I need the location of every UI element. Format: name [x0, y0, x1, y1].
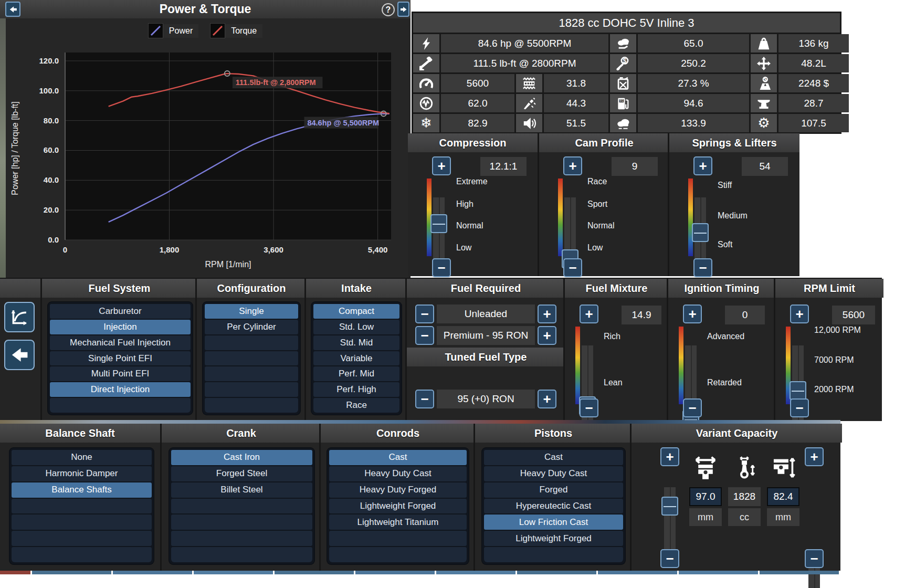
tuned-fuel-increase-button[interactable]: + — [538, 390, 556, 408]
fuel-grade-increase-button[interactable]: + — [538, 326, 556, 345]
option-label: Direct Injection — [91, 384, 150, 395]
svg-text:91: 91 — [619, 99, 624, 102]
option-item-empty[interactable] — [205, 366, 298, 381]
option-item[interactable]: Cast — [329, 450, 467, 465]
stat-value: 31.8 — [544, 74, 608, 92]
option-item-empty[interactable] — [329, 547, 467, 562]
intake-list: CompactStd. LowStd. MidVariablePerf. Mid… — [311, 302, 402, 415]
compression-slider-handle[interactable] — [430, 214, 447, 233]
cam-increase-button[interactable]: + — [563, 156, 582, 175]
option-item-empty[interactable] — [12, 531, 152, 546]
option-item-empty[interactable] — [12, 514, 152, 530]
expand-arrows-icon — [751, 54, 777, 72]
option-label: Harmonic Damper — [46, 468, 118, 479]
tuned-fuel-decrease-button[interactable]: − — [415, 390, 434, 408]
capacity-right-decrease-button[interactable]: − — [805, 549, 824, 568]
option-item-empty[interactable] — [205, 398, 298, 413]
option-item[interactable]: Variable — [313, 351, 399, 366]
option-item-empty[interactable] — [171, 547, 312, 562]
ignition-increase-button[interactable]: + — [683, 304, 702, 323]
back-button[interactable] — [5, 2, 20, 17]
option-item-empty[interactable] — [50, 398, 191, 413]
option-item[interactable]: Multi Point EFI — [50, 366, 191, 381]
option-item[interactable]: Hypereutectic Cast — [484, 499, 623, 514]
back-arrow-icon — [9, 5, 17, 14]
compression-decrease-button[interactable]: − — [432, 258, 451, 277]
option-item[interactable]: Cast Iron — [171, 450, 312, 465]
option-item-empty[interactable] — [205, 382, 298, 397]
mixture-decrease-button[interactable]: − — [580, 398, 598, 417]
help-button[interactable]: ? — [382, 3, 395, 16]
option-item-empty[interactable] — [171, 514, 312, 530]
slider-scale-label: 12,000 RPM — [814, 326, 861, 335]
capacity-left-handle[interactable] — [661, 497, 678, 516]
capacity-right-slider[interactable] — [808, 566, 820, 588]
option-item[interactable]: Single — [205, 304, 298, 319]
mixture-increase-button[interactable]: + — [580, 304, 598, 323]
option-item-empty[interactable] — [484, 547, 623, 562]
option-item-empty[interactable] — [171, 531, 312, 546]
rpm-increase-button[interactable]: + — [790, 304, 809, 323]
option-item[interactable]: Perf. High — [313, 382, 399, 397]
springs-decrease-button[interactable]: − — [693, 258, 712, 277]
graph-curve-icon — [10, 308, 29, 327]
compression-increase-button[interactable]: + — [432, 156, 451, 175]
option-item[interactable]: Carburetor — [50, 304, 191, 319]
stat-value: 82.9 — [441, 114, 514, 132]
footer-tab — [598, 571, 677, 574]
option-item[interactable]: Perf. Mid — [313, 366, 399, 381]
option-item[interactable]: Billet Steel — [171, 482, 312, 498]
springs-slider-handle[interactable] — [692, 223, 709, 242]
option-item[interactable]: Lightweight Forged — [484, 531, 623, 546]
capacity-left-decrease-button[interactable]: − — [660, 549, 679, 568]
forward-button[interactable] — [397, 2, 409, 17]
option-item-empty[interactable] — [12, 499, 152, 514]
slider-scale-label: Low — [587, 243, 603, 253]
rpm-slider-handle[interactable] — [790, 381, 806, 400]
cam-decrease-button[interactable]: − — [563, 258, 582, 277]
option-item[interactable]: Heavy Duty Cast — [484, 466, 623, 481]
fuel-grade-stepper: − Premium - 95 RON + — [415, 326, 556, 345]
option-item-empty[interactable] — [329, 531, 467, 546]
conrods-column: Conrods CastHeavy Duty CastHeavy Duty Fo… — [319, 424, 475, 571]
option-label: Heavy Duty Cast — [364, 468, 432, 479]
option-item[interactable]: Mechanical Fuel Injection — [50, 335, 191, 350]
option-item[interactable]: Std. Low — [313, 320, 399, 334]
capacity-right-increase-button[interactable]: + — [805, 447, 824, 466]
option-item-empty[interactable] — [205, 351, 298, 366]
option-item[interactable]: Balance Shafts — [12, 482, 152, 498]
option-item[interactable]: Per Cylinder — [205, 320, 298, 334]
rpm-decrease-button[interactable]: − — [790, 398, 809, 417]
fuel-grade-decrease-button[interactable]: − — [415, 326, 434, 345]
capacity-left-increase-button[interactable]: + — [660, 447, 679, 466]
ignition-decrease-button[interactable]: − — [683, 398, 702, 417]
option-item[interactable]: Cast — [484, 450, 623, 465]
bore-value-field[interactable]: 97.0 — [689, 487, 722, 506]
option-item[interactable]: Lightweight Forged — [329, 499, 467, 514]
previous-step-button[interactable] — [4, 340, 35, 370]
option-label: Lightweight Titanium — [357, 517, 439, 528]
option-item[interactable]: None — [12, 450, 152, 465]
stroke-value-field[interactable]: 82.4 — [767, 487, 799, 506]
option-item-empty[interactable] — [205, 335, 298, 350]
option-item[interactable]: Compact — [313, 304, 399, 319]
option-item[interactable]: Injection — [50, 320, 191, 334]
option-item[interactable]: Single Point EFI — [50, 351, 191, 366]
option-item[interactable]: Direct Injection — [50, 382, 191, 397]
option-item[interactable]: Forged — [484, 482, 623, 498]
fuel-row: Fuel System CarburetorInjectionMechanica… — [0, 278, 882, 421]
option-item-empty[interactable] — [171, 499, 312, 514]
option-item[interactable]: Harmonic Damper — [12, 466, 152, 481]
springs-increase-button[interactable]: + — [693, 156, 712, 175]
option-item[interactable]: Race — [313, 398, 399, 413]
fuel-type-increase-button[interactable]: + — [538, 304, 556, 323]
option-item[interactable]: Forged Steel — [171, 466, 312, 481]
option-item[interactable]: Std. Mid — [313, 335, 399, 350]
option-item[interactable]: Heavy Duty Forged — [329, 482, 467, 498]
option-item[interactable]: Low Friction Cast — [484, 514, 623, 530]
option-item[interactable]: Lightweight Titanium — [329, 514, 467, 530]
option-item-empty[interactable] — [12, 547, 152, 562]
dyno-graph-button[interactable] — [4, 302, 35, 332]
fuel-type-decrease-button[interactable]: − — [415, 304, 434, 323]
option-item[interactable]: Heavy Duty Cast — [329, 466, 467, 481]
